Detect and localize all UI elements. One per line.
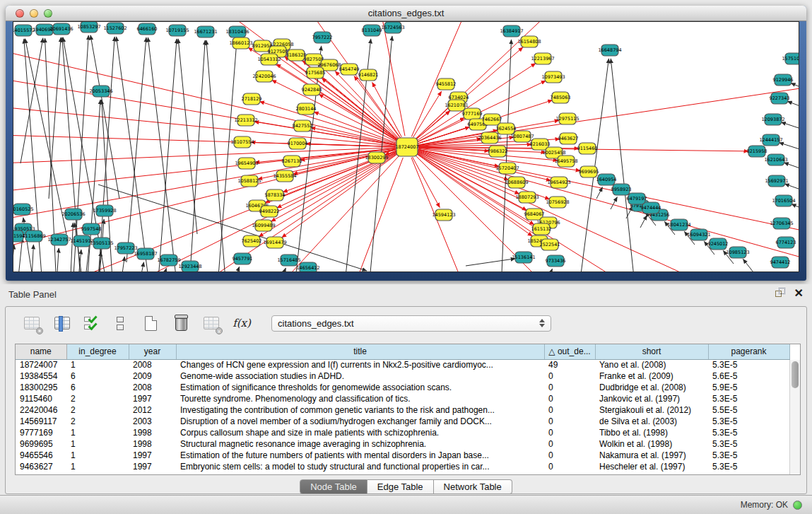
- graph-node[interactable]: 16384917: [500, 25, 523, 37]
- table-cell[interactable]: 0: [544, 450, 595, 461]
- graph-node[interactable]: 7625402: [242, 235, 262, 247]
- graph-node[interactable]: 13505135: [90, 238, 113, 249]
- graph-node[interactable]: 8427552: [293, 120, 313, 132]
- table-cell[interactable]: 0: [544, 382, 595, 393]
- citation-edge-black[interactable]: [126, 37, 146, 262]
- table-scrollbar-thumb[interactable]: [792, 361, 799, 388]
- graph-node[interactable]: 18041234: [667, 219, 690, 230]
- graph-node[interactable]: 9474412: [770, 257, 791, 268]
- graph-hub-node[interactable]: 18724007: [395, 138, 418, 156]
- citation-edge-black[interactable]: [17, 238, 23, 272]
- function-builder-icon[interactable]: f(x): [233, 314, 251, 332]
- table-settings-icon[interactable]: [23, 314, 41, 332]
- table-cell[interactable]: 2008: [129, 382, 176, 393]
- table-cell[interactable]: 1998: [129, 438, 176, 450]
- table-cell[interactable]: 5.3E-5: [708, 393, 789, 404]
- table-cell[interactable]: Estimation of significance thresholds fo…: [176, 382, 544, 393]
- graph-node[interactable]: 12342757: [47, 234, 71, 245]
- table-cell[interactable]: Franke et al. (2009): [595, 370, 708, 382]
- graph-node[interactable]: 10719155: [165, 25, 189, 36]
- table-cell[interactable]: de Silva et al. (2003): [595, 416, 708, 427]
- citation-edge-black[interactable]: [791, 83, 799, 98]
- graph-node[interactable]: 14355584: [273, 170, 296, 182]
- graph-node[interactable]: 16958187: [134, 248, 157, 259]
- graph-node[interactable]: 9242848: [302, 84, 322, 95]
- graph-node[interactable]: 20364436: [478, 132, 501, 144]
- citation-edge-red[interactable]: [13, 150, 396, 248]
- graph-node[interactable]: 15136141: [512, 252, 535, 263]
- graph-node[interactable]: 9146821: [358, 69, 379, 81]
- citation-edge-black[interactable]: [148, 37, 176, 272]
- graph-node[interactable]: 2718129: [242, 93, 262, 105]
- graph-node[interactable]: 19654903: [235, 158, 258, 169]
- table-cell[interactable]: 49: [544, 359, 595, 370]
- table-cell[interactable]: Genome-wide association studies in ADHD.: [176, 370, 544, 382]
- table-cell[interactable]: Changes of HCN gene expression and I(f) …: [176, 359, 544, 370]
- graph-node[interactable]: 8131049: [362, 25, 382, 36]
- graph-node[interactable]: 10807487: [510, 131, 534, 142]
- table-cell[interactable]: 5.5E-5: [708, 404, 789, 416]
- graph-node[interactable]: 15720407: [495, 163, 519, 174]
- graph-node[interactable]: 16210643: [764, 154, 787, 165]
- citation-edge-black[interactable]: [158, 39, 177, 272]
- graph-node[interactable]: 18310436: [225, 26, 249, 37]
- tab-node-table[interactable]: Node Table: [300, 479, 367, 494]
- table-cell[interactable]: 1: [66, 450, 129, 461]
- graph-node[interactable]: 16648794: [598, 45, 621, 56]
- table-cell[interactable]: 1: [66, 438, 129, 450]
- table-row[interactable]: 1938455462009Genome-wide association stu…: [16, 370, 789, 382]
- graph-node[interactable]: 16094321: [687, 229, 710, 240]
- table-row[interactable]: 946362711997Embryonic stem cells: a mode…: [16, 461, 789, 472]
- table-cell[interactable]: 19384554: [16, 370, 66, 382]
- graph-node[interactable]: 9175685: [305, 67, 326, 78]
- table-cell[interactable]: 1: [66, 461, 129, 472]
- select-columns-icon[interactable]: [53, 314, 71, 332]
- column-header-name[interactable]: name: [16, 344, 66, 359]
- citation-edge-black[interactable]: [781, 122, 799, 137]
- table-cell[interactable]: 0: [544, 370, 595, 382]
- table-cell[interactable]: 18300295: [16, 382, 66, 393]
- table-selector-dropdown[interactable]: citations_edges.txt: [271, 315, 551, 332]
- table-cell[interactable]: 0: [544, 416, 595, 427]
- graph-node[interactable]: 16671231: [194, 26, 217, 37]
- table-cell[interactable]: 9777169: [16, 427, 66, 438]
- graph-node[interactable]: 11527602: [103, 23, 126, 34]
- graph-node[interactable]: 6479197: [627, 193, 647, 204]
- delete-table-icon[interactable]: x: [202, 314, 220, 332]
- network-graph-canvas[interactable]: 1401557219406991206914361085329711527602…: [13, 21, 799, 272]
- graph-node[interactable]: 9498222: [259, 206, 280, 217]
- graph-node[interactable]: 7957222: [312, 32, 333, 43]
- window-titlebar[interactable]: citations_edges.txt: [6, 6, 806, 21]
- table-cell[interactable]: 5.6E-5: [708, 370, 789, 382]
- graph-node[interactable]: 16495758: [554, 156, 577, 167]
- table-cell[interactable]: 0: [544, 393, 595, 404]
- table-cell[interactable]: 0: [544, 427, 595, 438]
- table-cell[interactable]: 2012: [129, 404, 176, 416]
- table-cell[interactable]: 6: [66, 382, 129, 393]
- graph-node[interactable]: 8958923: [611, 184, 632, 195]
- table-cell[interactable]: 1: [66, 427, 129, 438]
- graph-node[interactable]: 9129946: [773, 74, 794, 86]
- table-row[interactable]: 1456911722003Disruption of a novel membe…: [16, 416, 789, 427]
- table-row[interactable]: 2242004622012Investigating the contribut…: [16, 404, 789, 416]
- table-row[interactable]: 911546021997Tourette syndrome. Phenomeno…: [16, 393, 789, 404]
- graph-node[interactable]: 10973493: [541, 71, 565, 83]
- graph-node[interactable]: 16782759: [157, 255, 180, 266]
- zoom-window-button[interactable]: [44, 9, 52, 18]
- table-cell[interactable]: Corpus callosum shape and size in male p…: [176, 427, 544, 438]
- close-window-button[interactable]: [16, 9, 24, 18]
- citation-edge-red[interactable]: [13, 78, 396, 145]
- graph-node[interactable]: 3624554: [496, 123, 517, 134]
- graph-node[interactable]: 12213312: [234, 115, 257, 126]
- table-cell[interactable]: 2: [66, 416, 129, 427]
- table-cell[interactable]: 0: [544, 438, 595, 450]
- citation-edge-black[interactable]: [49, 37, 61, 199]
- graph-node[interactable]: 15724563: [381, 22, 404, 33]
- citation-edge-black[interactable]: [13, 245, 14, 272]
- graph-node[interactable]: 12444157: [759, 134, 782, 146]
- citation-edge-black[interactable]: [784, 163, 799, 177]
- graph-node[interactable]: 9597548: [81, 223, 102, 235]
- citation-edge-black[interactable]: [466, 259, 515, 266]
- table-row[interactable]: 1830029562008Estimation of significance …: [16, 382, 789, 393]
- graph-node[interactable]: 14594123: [432, 209, 455, 221]
